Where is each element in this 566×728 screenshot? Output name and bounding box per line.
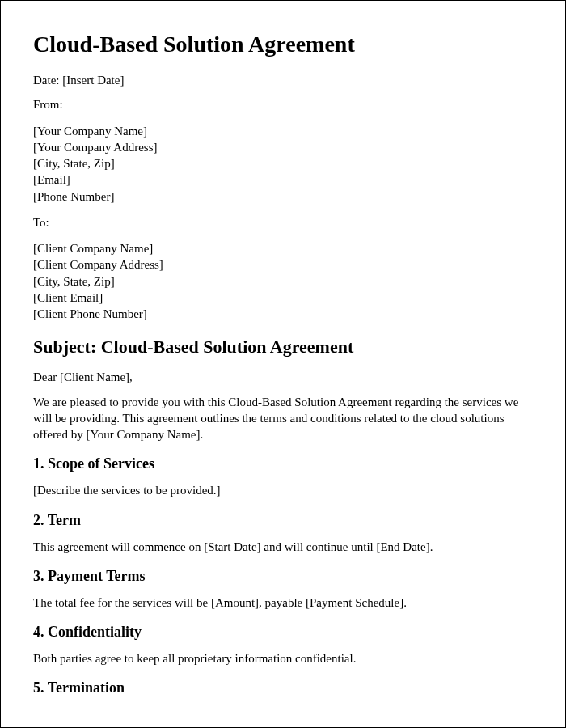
from-company: [Your Company Name]	[33, 123, 533, 139]
section-2-heading: 2. Term	[33, 512, 533, 529]
salutation: Dear [Client Name],	[33, 369, 533, 385]
from-city: [City, State, Zip]	[33, 155, 533, 171]
from-block: [Your Company Name] [Your Company Addres…	[33, 123, 533, 205]
section-1-heading: 1. Scope of Services	[33, 455, 533, 472]
section-2-body: This agreement will commence on [Start D…	[33, 539, 533, 555]
section-4-body: Both parties agree to keep all proprieta…	[33, 650, 533, 667]
from-email: [Email]	[33, 171, 533, 188]
from-label: From:	[33, 96, 533, 112]
section-5-heading: 5. Termination	[33, 679, 533, 696]
from-phone: [Phone Number]	[33, 188, 533, 205]
intro-paragraph: We are pleased to provide you with this …	[33, 394, 533, 443]
to-company: [Client Company Name]	[33, 240, 533, 256]
subject-heading: Subject: Cloud-Based Solution Agreement	[33, 336, 533, 358]
document-title: Cloud-Based Solution Agreement	[33, 32, 533, 57]
to-phone: [Client Phone Number]	[33, 306, 533, 322]
to-block: [Client Company Name] [Client Company Ad…	[33, 240, 533, 322]
document-page: Cloud-Based Solution Agreement Date: [In…	[0, 0, 566, 728]
to-address: [Client Company Address]	[33, 256, 533, 273]
to-email: [Client Email]	[33, 290, 533, 306]
section-1-body: [Describe the services to be provided.]	[33, 482, 533, 498]
section-3-body: The total fee for the services will be […	[33, 595, 533, 611]
date-line: Date: [Insert Date]	[33, 72, 533, 88]
section-3-heading: 3. Payment Terms	[33, 568, 533, 585]
section-4-heading: 4. Confidentiality	[33, 624, 533, 641]
to-city: [City, State, Zip]	[33, 273, 533, 290]
from-address: [Your Company Address]	[33, 139, 533, 155]
to-label: To:	[33, 214, 533, 231]
